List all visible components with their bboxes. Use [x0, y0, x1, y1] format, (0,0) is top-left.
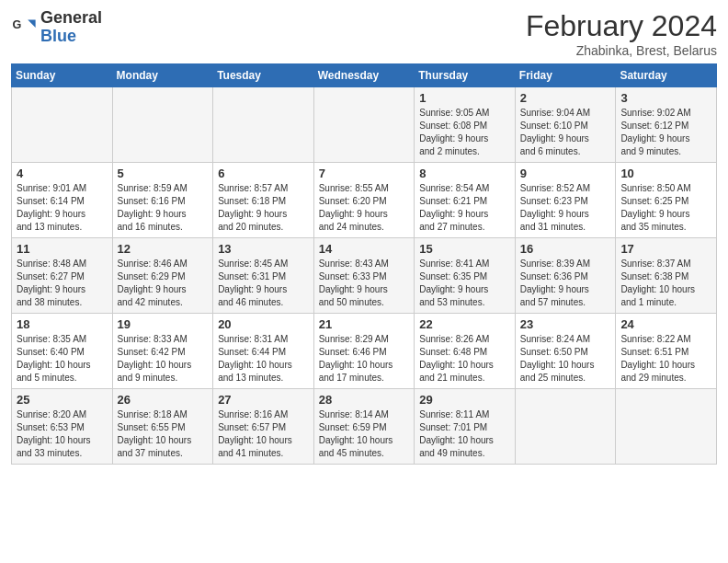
day-info: Sunrise: 8:59 AM Sunset: 6:16 PM Dayligh…: [118, 182, 209, 234]
calendar-cell: 14Sunrise: 8:43 AM Sunset: 6:33 PM Dayli…: [313, 238, 415, 314]
header-day-saturday: Saturday: [616, 64, 717, 87]
calendar-cell: 12Sunrise: 8:46 AM Sunset: 6:29 PM Dayli…: [112, 238, 213, 314]
header-day-wednesday: Wednesday: [313, 64, 415, 87]
calendar-cell: 19Sunrise: 8:33 AM Sunset: 6:42 PM Dayli…: [112, 314, 213, 389]
day-number: 11: [17, 242, 108, 256]
location: Zhabinka, Brest, Belarus: [526, 43, 717, 58]
logo-text: General Blue: [40, 9, 102, 46]
day-info: Sunrise: 8:54 AM Sunset: 6:21 PM Dayligh…: [419, 182, 510, 234]
calendar-table: SundayMondayTuesdayWednesdayThursdayFrid…: [11, 63, 717, 465]
day-number: 7: [319, 167, 410, 180]
day-info: Sunrise: 9:04 AM Sunset: 6:10 PM Dayligh…: [520, 107, 611, 158]
day-number: 6: [218, 167, 309, 180]
day-number: 5: [118, 167, 209, 180]
calendar-cell: 10Sunrise: 8:50 AM Sunset: 6:25 PM Dayli…: [616, 163, 717, 238]
calendar-cell: 29Sunrise: 8:11 AM Sunset: 7:01 PM Dayli…: [415, 389, 516, 465]
day-info: Sunrise: 8:39 AM Sunset: 6:36 PM Dayligh…: [520, 258, 611, 309]
calendar-week-row: 25Sunrise: 8:20 AM Sunset: 6:53 PM Dayli…: [12, 389, 717, 465]
day-info: Sunrise: 8:46 AM Sunset: 6:29 PM Dayligh…: [118, 258, 209, 309]
calendar-header-row: SundayMondayTuesdayWednesdayThursdayFrid…: [12, 64, 717, 87]
calendar-cell: 7Sunrise: 8:55 AM Sunset: 6:20 PM Daylig…: [313, 163, 415, 238]
month-title: February 2024: [526, 9, 717, 43]
day-number: 23: [520, 317, 611, 331]
day-number: 22: [419, 317, 510, 331]
day-number: 18: [17, 317, 108, 331]
calendar-cell: 4Sunrise: 9:01 AM Sunset: 6:14 PM Daylig…: [12, 163, 113, 238]
day-number: 9: [520, 167, 611, 180]
calendar-cell: 21Sunrise: 8:29 AM Sunset: 6:46 PM Dayli…: [313, 314, 415, 389]
calendar-cell: 24Sunrise: 8:22 AM Sunset: 6:51 PM Dayli…: [616, 314, 717, 389]
day-number: 24: [620, 317, 711, 331]
header-day-thursday: Thursday: [415, 64, 516, 87]
day-number: 4: [17, 167, 108, 180]
header-day-monday: Monday: [112, 64, 213, 87]
day-info: Sunrise: 9:05 AM Sunset: 6:08 PM Dayligh…: [419, 107, 510, 158]
day-info: Sunrise: 8:45 AM Sunset: 6:31 PM Dayligh…: [218, 258, 309, 309]
calendar-cell: 17Sunrise: 8:37 AM Sunset: 6:38 PM Dayli…: [616, 238, 717, 314]
day-number: 21: [319, 317, 410, 331]
calendar-cell: 15Sunrise: 8:41 AM Sunset: 6:35 PM Dayli…: [415, 238, 516, 314]
day-number: 2: [520, 91, 611, 105]
calendar-cell: 13Sunrise: 8:45 AM Sunset: 6:31 PM Dayli…: [213, 238, 314, 314]
day-number: 13: [218, 242, 309, 256]
calendar-cell: 28Sunrise: 8:14 AM Sunset: 6:59 PM Dayli…: [313, 389, 415, 465]
calendar-cell: 11Sunrise: 8:48 AM Sunset: 6:27 PM Dayli…: [12, 238, 113, 314]
calendar-cell: [616, 389, 717, 465]
calendar-cell: 22Sunrise: 8:26 AM Sunset: 6:48 PM Dayli…: [415, 314, 516, 389]
main-container: G General Blue February 2024 Zhabinka, B…: [0, 0, 728, 472]
calendar-week-row: 18Sunrise: 8:35 AM Sunset: 6:40 PM Dayli…: [12, 314, 717, 389]
calendar-cell: 20Sunrise: 8:31 AM Sunset: 6:44 PM Dayli…: [213, 314, 314, 389]
logo-line1: General: [40, 9, 102, 28]
calendar-cell: [213, 87, 314, 163]
day-info: Sunrise: 8:20 AM Sunset: 6:53 PM Dayligh…: [17, 408, 108, 460]
day-info: Sunrise: 8:33 AM Sunset: 6:42 PM Dayligh…: [118, 333, 209, 385]
day-info: Sunrise: 8:35 AM Sunset: 6:40 PM Dayligh…: [17, 333, 108, 385]
day-number: 14: [319, 242, 410, 256]
day-info: Sunrise: 8:43 AM Sunset: 6:33 PM Dayligh…: [319, 258, 410, 309]
header-day-friday: Friday: [515, 64, 616, 87]
day-number: 3: [620, 91, 711, 105]
day-info: Sunrise: 9:02 AM Sunset: 6:12 PM Dayligh…: [620, 107, 711, 158]
calendar-cell: 2Sunrise: 9:04 AM Sunset: 6:10 PM Daylig…: [515, 87, 616, 163]
day-number: 26: [118, 393, 209, 407]
calendar-cell: 25Sunrise: 8:20 AM Sunset: 6:53 PM Dayli…: [12, 389, 113, 465]
calendar-cell: 26Sunrise: 8:18 AM Sunset: 6:55 PM Dayli…: [112, 389, 213, 465]
calendar-cell: [112, 87, 213, 163]
day-info: Sunrise: 8:16 AM Sunset: 6:57 PM Dayligh…: [218, 408, 309, 460]
day-number: 12: [118, 242, 209, 256]
day-number: 19: [118, 317, 209, 331]
calendar-cell: [515, 389, 616, 465]
calendar-cell: 6Sunrise: 8:57 AM Sunset: 6:18 PM Daylig…: [213, 163, 314, 238]
calendar-cell: 18Sunrise: 8:35 AM Sunset: 6:40 PM Dayli…: [12, 314, 113, 389]
calendar-week-row: 4Sunrise: 9:01 AM Sunset: 6:14 PM Daylig…: [12, 163, 717, 238]
svg-marker-1: [28, 19, 35, 27]
day-number: 27: [218, 393, 309, 407]
day-number: 10: [620, 167, 711, 180]
day-number: 8: [419, 167, 510, 180]
calendar-cell: 8Sunrise: 8:54 AM Sunset: 6:21 PM Daylig…: [415, 163, 516, 238]
svg-text:G: G: [12, 18, 21, 31]
day-info: Sunrise: 8:29 AM Sunset: 6:46 PM Dayligh…: [319, 333, 410, 385]
day-info: Sunrise: 9:01 AM Sunset: 6:14 PM Dayligh…: [17, 182, 108, 234]
day-number: 15: [419, 242, 510, 256]
day-number: 28: [319, 393, 410, 407]
calendar-week-row: 1Sunrise: 9:05 AM Sunset: 6:08 PM Daylig…: [12, 87, 717, 163]
calendar-cell: 16Sunrise: 8:39 AM Sunset: 6:36 PM Dayli…: [515, 238, 616, 314]
day-number: 16: [520, 242, 611, 256]
calendar-cell: 9Sunrise: 8:52 AM Sunset: 6:23 PM Daylig…: [515, 163, 616, 238]
header-day-sunday: Sunday: [12, 64, 113, 87]
day-info: Sunrise: 8:31 AM Sunset: 6:44 PM Dayligh…: [218, 333, 309, 385]
day-info: Sunrise: 8:41 AM Sunset: 6:35 PM Dayligh…: [419, 258, 510, 309]
day-info: Sunrise: 8:48 AM Sunset: 6:27 PM Dayligh…: [17, 258, 108, 309]
title-block: February 2024 Zhabinka, Brest, Belarus: [526, 9, 717, 58]
day-info: Sunrise: 8:18 AM Sunset: 6:55 PM Dayligh…: [118, 408, 209, 460]
day-info: Sunrise: 8:57 AM Sunset: 6:18 PM Dayligh…: [218, 182, 309, 234]
day-number: 29: [419, 393, 510, 407]
calendar-cell: 27Sunrise: 8:16 AM Sunset: 6:57 PM Dayli…: [213, 389, 314, 465]
day-number: 20: [218, 317, 309, 331]
day-info: Sunrise: 8:50 AM Sunset: 6:25 PM Dayligh…: [620, 182, 711, 234]
day-info: Sunrise: 8:52 AM Sunset: 6:23 PM Dayligh…: [520, 182, 611, 234]
day-info: Sunrise: 8:55 AM Sunset: 6:20 PM Dayligh…: [319, 182, 410, 234]
logo-icon: G: [11, 15, 37, 40]
day-number: 17: [620, 242, 711, 256]
